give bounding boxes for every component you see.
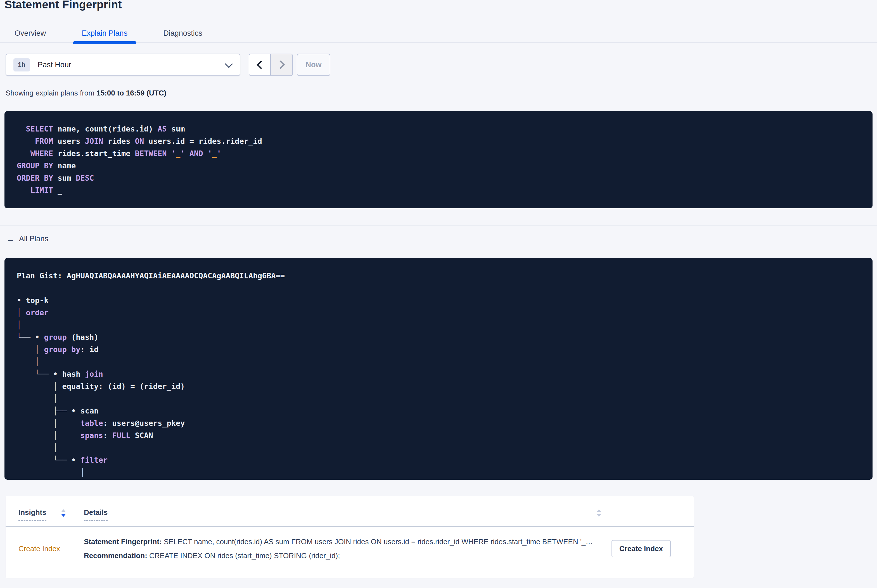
all-plans-link[interactable]: ← All Plans (6, 234, 48, 243)
plan-gist-line: Plan Gist: AgHUAQIABQAAAAHYAQIAiAEAAAADC… (17, 270, 860, 282)
code-line: │ (17, 466, 860, 478)
code-line: │ equality: (id) = (rider_id) (17, 380, 860, 393)
code-line: │ (17, 393, 860, 405)
insight-details-cell: Statement Fingerprint: SELECT name, coun… (84, 535, 603, 562)
page-title: Statement Fingerprint (5, 0, 122, 11)
code-line: └── • hash join (17, 368, 860, 380)
details-column-label: Details (84, 508, 108, 521)
tab-explain-plans[interactable]: Explain Plans (82, 24, 128, 42)
create-index-button[interactable]: Create Index (611, 540, 671, 557)
code-line: │ (17, 319, 860, 331)
plan-gist-panel: Plan Gist: AgHUAQIABQAAAAHYAQIAiAEAAAADC… (5, 258, 872, 480)
code-line: ORDER BY sum DESC (17, 172, 860, 184)
insight-table-row: Create Index Statement Fingerprint: SELE… (6, 526, 693, 571)
recommendation-detail: Recommendation: CREATE INDEX ON rides (s… (84, 549, 603, 562)
plan-tree: • top-k│ order│└── • group (hash) │ grou… (17, 294, 860, 478)
details-column-header[interactable]: Details (84, 508, 108, 521)
sort-icon-insights[interactable] (61, 509, 66, 521)
sql-statement-panel: SELECT name, count(rides.id) AS sum FROM… (5, 111, 872, 208)
code-line: │ (17, 442, 860, 454)
sort-icon-details[interactable] (596, 509, 602, 517)
section-divider (0, 225, 877, 226)
code-line: • top-k (17, 294, 860, 307)
code-line: │ spans: FULL SCAN (17, 429, 860, 442)
code-line: └── • filter (17, 454, 860, 466)
next-interval-button[interactable] (271, 54, 292, 75)
all-plans-label: All Plans (19, 234, 48, 243)
code-line: │ (17, 356, 860, 368)
code-line: FROM users JOIN rides ON users.id = ride… (17, 135, 860, 147)
showing-prefix: Showing explain plans from (6, 89, 96, 97)
code-line: │ group by: id (17, 344, 860, 356)
code-line: ├── • scan (17, 405, 860, 417)
showing-range-text: Showing explain plans from 15:00 to 16:5… (6, 89, 166, 98)
tab-bar: OverviewExplain PlansDiagnostics (0, 24, 877, 43)
code-line: │ table: users@users_pkey (17, 417, 860, 429)
time-interval-label: Past Hour (38, 61, 225, 69)
time-interval-dropdown[interactable]: 1h Past Hour (6, 54, 240, 76)
now-button[interactable]: Now (297, 54, 330, 76)
code-line: └── • group (hash) (17, 331, 860, 344)
plan-gist-value: AgHUAQIABQAAAAHYAQIAiAEAAAADCQACAgAABQIL… (67, 272, 285, 280)
insights-table-header: Insights Details (6, 496, 693, 526)
statement-fingerprint-detail: Statement Fingerprint: SELECT name, coun… (84, 535, 603, 549)
statement-fingerprint-page: Statement Fingerprint OverviewExplain Pl… (0, 0, 877, 588)
create-index-link[interactable]: Create Index (18, 544, 84, 553)
code-line: SELECT name, count(rides.id) AS sum (17, 123, 860, 135)
time-interval-badge: 1h (14, 58, 30, 72)
sort-down-triangle-icon (61, 514, 66, 517)
chevron-down-icon (225, 60, 233, 68)
sort-up-triangle-icon (596, 509, 602, 512)
previous-interval-button[interactable] (249, 54, 271, 75)
chevron-left-icon (257, 60, 265, 69)
sort-down-triangle-icon (596, 514, 602, 517)
code-line: LIMIT _ (17, 184, 860, 196)
sort-up-triangle-icon (61, 509, 66, 512)
tab-overview[interactable]: Overview (15, 24, 46, 42)
code-line: GROUP BY name (17, 160, 860, 172)
insights-column-label: Insights (18, 508, 47, 521)
tab-diagnostics[interactable]: Diagnostics (163, 24, 202, 42)
chevron-right-icon (276, 60, 285, 69)
showing-range: 15:00 to 16:59 (UTC) (96, 89, 166, 97)
code-line: │ order (17, 307, 860, 319)
time-nav-group (249, 54, 293, 76)
arrow-left-icon: ← (6, 235, 15, 243)
insights-card: Insights Details Create Index Statement … (6, 496, 693, 578)
insights-column-header[interactable]: Insights (18, 508, 84, 521)
code-line: WHERE rides.start_time BETWEEN '_' AND '… (17, 147, 860, 160)
